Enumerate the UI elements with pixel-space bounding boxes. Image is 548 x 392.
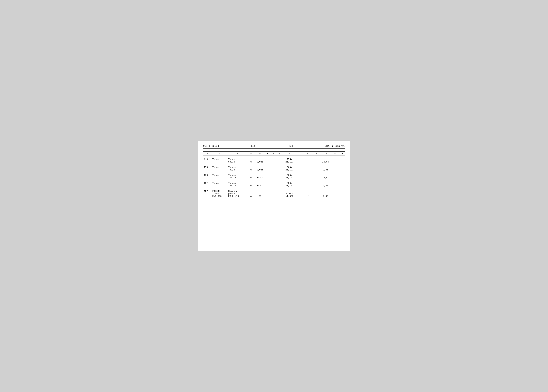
cell-col15: – [338,180,345,188]
col-header-6: 6 [265,152,270,156]
cell-col5: 0,035 [255,156,265,164]
cell-col10: – [297,180,305,188]
col-header-7: 7 [271,152,276,156]
header-left: 904–I–52.83 [203,145,219,147]
cell-col15: – [338,164,345,172]
document-page: 904–I–52.83 (II) – 294– Инб. № 8383/11 I… [198,141,350,251]
cell-col6: – [265,156,270,164]
cell-col3: Металло-рукавРЗ–Ц–ХI8 [228,188,247,198]
cell-col12: – [312,188,319,198]
cell-col13: IO,65 [319,156,332,164]
cell-col14: – [332,156,338,164]
cell-col9: 500xxI,I07 [282,172,297,180]
cell-unit: км [247,180,255,188]
col-header-9: 9 [282,152,297,156]
cell-col8: – [276,188,282,198]
cell-col11: – [305,180,312,188]
cell-col9: 0,I5xxI,066 [282,188,297,198]
cell-col3: То же,5x2,5 [228,156,247,164]
cell-col5: 0,025 [255,164,265,172]
cell-col2: 24I649––I050К=I,066 [212,188,228,198]
cell-col6: – [265,172,270,180]
table-row: 122 24I649––I050К=I,066 Металло-рукавРЗ–… [203,188,345,198]
cell-col9: 275xxI,I07 [282,156,297,164]
cell-id: I20 [203,172,212,180]
cell-col8: – [276,172,282,180]
cell-col12: – [312,172,319,180]
col-header-11: II [305,152,312,156]
header-center: – 294– [286,145,294,147]
cell-col14: – [332,188,338,198]
cell-col10: – [297,164,305,172]
cell-col9: 820xxI,I07 [282,180,297,188]
cell-col7: – [271,164,276,172]
cell-col6: – [265,180,270,188]
cell-col13: I6,6I [319,172,332,180]
cell-col11: ʼ [305,188,312,198]
main-table: I 2 3 4 5 6 7 8 9 IO II I2 I3 I4 I5 118 … [203,151,345,198]
column-headers-row: I 2 3 4 5 6 7 8 9 IO II I2 I3 I4 I5 [203,152,345,156]
cell-col7: – [271,156,276,164]
cell-col3: То же,7x2,5 [228,164,247,172]
col-header-15: I5 [338,152,345,156]
cell-col11: – [305,172,312,180]
cell-col2: То же [212,172,228,180]
col-header-3: 3 [228,152,247,156]
cell-col5: I5 [255,188,265,198]
cell-col13: 9,96 [319,164,332,172]
cell-col3: То же,IOx2,5 [228,172,247,180]
cell-col2: То же [212,156,228,164]
cell-col14: – [332,180,338,188]
cell-col12: – [312,180,319,188]
col-header-4: 4 [247,152,255,156]
cell-id: I2I [203,180,212,188]
cell-unit: км [247,164,255,172]
cell-col15: – [338,156,345,164]
cell-col12: – [312,164,319,172]
cell-col13: 2,40 [319,188,332,198]
col-header-14: I4 [332,152,338,156]
cell-col6: – [265,164,270,172]
cell-unit: км [247,172,255,180]
cell-col13: 9,08 [319,180,332,188]
cell-col14: – [332,172,338,180]
table-row: II9 То же То же,7x2,5 км 0,025 – – – 360… [203,164,345,172]
cell-col11: – [305,156,312,164]
cell-col12: – [312,156,319,164]
cell-col7: – [271,172,276,180]
cell-unit: м [247,188,255,198]
cell-col9: 360xxI,I07 [282,164,297,172]
cell-id: 118 [203,156,212,164]
cell-col3: То же,I9x2,5 [228,180,247,188]
table-row: I2I То же То же,I9x2,5 км 0,0I – – – 820… [203,180,345,188]
cell-col2: То же [212,180,228,188]
cell-col10: – [297,188,305,198]
cell-col14: – [332,164,338,172]
cell-col6: – [265,188,270,198]
cell-col10: – [297,156,305,164]
cell-col15: – [338,172,345,180]
cell-col5: 0,0I [255,180,265,188]
cell-col7: – [271,188,276,198]
cell-col8: – [276,180,282,188]
cell-col2: То же [212,164,228,172]
header: 904–I–52.83 (II) – 294– Инб. № 8383/11 [203,145,345,149]
col-header-5: 5 [255,152,265,156]
col-header-12: I2 [312,152,319,156]
cell-col8: – [276,156,282,164]
cell-col10: – [297,172,305,180]
cell-col11: – [305,164,312,172]
col-header-8: 8 [276,152,282,156]
col-header-10: IO [297,152,305,156]
cell-id: II9 [203,164,212,172]
header-right: Инб. № 8383/11 [325,145,345,147]
header-center-left: (II) [249,145,255,147]
cell-id: 122 [203,188,212,198]
cell-col7: – [271,180,276,188]
col-header-1: I [203,152,212,156]
cell-col8: – [276,164,282,172]
cell-col15: – [338,188,345,198]
table-row: I20 То же То же,IOx2,5 км 0,03 – – – 500… [203,172,345,180]
col-header-13: I3 [319,152,332,156]
col-header-2: 2 [212,152,228,156]
